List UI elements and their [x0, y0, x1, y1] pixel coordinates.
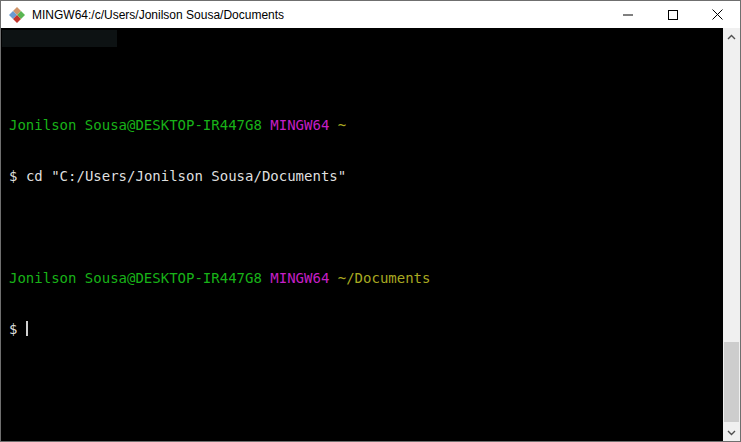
git-bash-icon	[9, 7, 25, 23]
terminal-output[interactable]: Jonilson Sousa@DESKTOP-IR447G8 MINGW64 ~…	[1, 28, 723, 441]
minimize-icon	[623, 10, 633, 20]
maximize-button[interactable]	[650, 1, 695, 28]
scrollbar-thumb[interactable]	[724, 342, 739, 422]
minimize-button[interactable]	[605, 1, 650, 28]
close-icon	[712, 9, 723, 20]
prompt-env: MINGW64	[270, 270, 329, 286]
prompt-env: MINGW64	[270, 117, 329, 133]
git-bash-window: MINGW64:/c/Users/Jonilson Sousa/Document…	[0, 0, 741, 442]
prompt-userhost: Jonilson Sousa@DESKTOP-IR447G8	[9, 117, 262, 133]
prompt-symbol: $	[9, 321, 17, 337]
window-title: MINGW64:/c/Users/Jonilson Sousa/Document…	[32, 8, 284, 22]
prompt-line: Jonilson Sousa@DESKTOP-IR447G8 MINGW64 ~…	[9, 270, 715, 287]
prompt-line: Jonilson Sousa@DESKTOP-IR447G8 MINGW64 ~	[9, 117, 715, 134]
maximize-icon	[668, 10, 678, 20]
chevron-up-icon	[727, 34, 736, 40]
command-line: $ cd "C:/Users/Jonilson Sousa/Documents"	[9, 168, 715, 185]
titlebar[interactable]: MINGW64:/c/Users/Jonilson Sousa/Document…	[1, 1, 740, 28]
prompt-path: ~	[338, 117, 346, 133]
text-cursor	[26, 321, 28, 336]
scroll-up-button[interactable]	[723, 28, 740, 45]
close-button[interactable]	[695, 1, 740, 28]
window-controls	[605, 1, 740, 28]
prompt-symbol: $	[9, 168, 17, 184]
vertical-scrollbar[interactable]	[723, 28, 740, 441]
scrollback-artifact	[2, 30, 117, 47]
blank-line	[9, 219, 715, 236]
prompt-path: ~/Documents	[338, 270, 431, 286]
chevron-down-icon	[727, 430, 736, 436]
command-text: cd "C:/Users/Jonilson Sousa/Documents"	[26, 168, 346, 184]
prompt-userhost: Jonilson Sousa@DESKTOP-IR447G8	[9, 270, 262, 286]
scroll-down-button[interactable]	[723, 424, 740, 441]
command-line: $	[9, 321, 715, 338]
